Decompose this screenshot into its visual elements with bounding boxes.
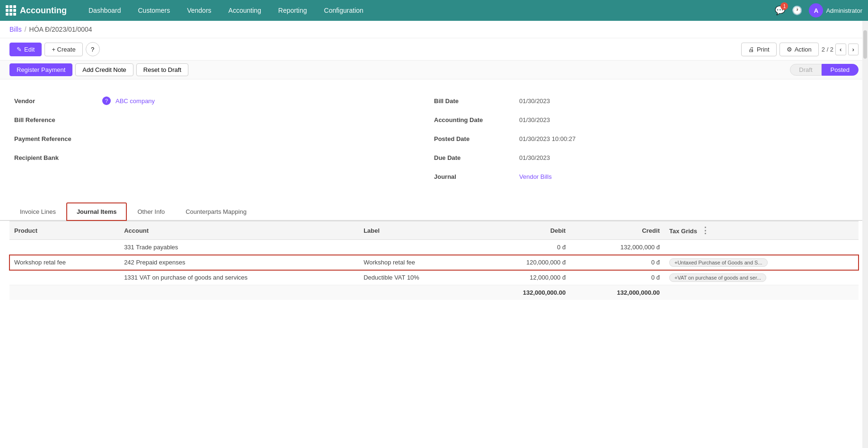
row3-label: Deductible VAT 10% [359, 270, 476, 285]
admin-label: Administrator [826, 7, 862, 14]
row3-debit: 12,000,000 đ [476, 270, 570, 285]
tab-journal-items[interactable]: Journal Items [66, 202, 127, 221]
journal-row: Journal Vendor Bills [434, 169, 854, 184]
journal-value[interactable]: Vendor Bills [519, 173, 552, 180]
scrollbar-thumb [863, 30, 867, 59]
tab-other-info[interactable]: Other Info [127, 202, 175, 221]
topnav-right: 💬 1 🕐 A Administrator [775, 3, 862, 18]
print-button[interactable]: 🖨 Print [741, 43, 777, 56]
chat-button[interactable]: 💬 1 [775, 5, 785, 16]
table-footer-row: 132,000,000.00 132,000,000.00 [9, 285, 859, 300]
tax-grid-pill[interactable]: +Untaxed Purchase of Goods and S... [669, 258, 768, 267]
create-button[interactable]: + Create [44, 43, 82, 56]
page-nav: 2 / 2 ‹ › [822, 44, 859, 55]
toolbar-right: 2 / 2 ‹ › [822, 44, 859, 55]
nav-reporting[interactable]: Reporting [270, 0, 316, 21]
form-right: Bill Date 01/30/2023 Accounting Date 01/… [434, 89, 854, 193]
nav-customers[interactable]: Customers [130, 0, 179, 21]
topnav-links: Dashboard Customers Vendors Accounting R… [80, 0, 771, 21]
status-pills: Draft Posted [790, 64, 859, 76]
journal-items-table: Product Account Label Debit Credit Tax G… [9, 221, 859, 300]
bill-date-value: 01/30/2023 [519, 97, 550, 105]
action-button[interactable]: ⚙ Action [779, 43, 819, 56]
row2-product: Workshop retal fee [9, 255, 119, 270]
row1-debit: 0 đ [476, 240, 570, 255]
next-page-button[interactable]: › [848, 44, 859, 55]
tax-grid-pill-2[interactable]: +VAT on purchase of goods and ser... [669, 273, 766, 282]
tab-invoice-lines[interactable]: Invoice Lines [9, 202, 66, 221]
payment-reference-label: Payment Reference [14, 135, 99, 142]
toolbar: ✎ Edit + Create ? 🖨 Print ⚙ Action 2 / 2… [0, 38, 868, 61]
vendor-row: Vendor ? ABC company [14, 94, 434, 108]
row1-credit: 132,000,000 đ [570, 240, 664, 255]
row3-account: 1331 VAT on purchase of goods and servic… [119, 270, 359, 285]
footer-tax-empty [664, 285, 859, 300]
col-debit: Debit [476, 221, 570, 240]
breadcrumb-parent[interactable]: Bills [9, 26, 22, 33]
recipient-bank-label: Recipient Bank [14, 154, 99, 161]
col-product: Product [9, 221, 119, 240]
footer-empty [9, 285, 476, 300]
table-row[interactable]: 331 Trade payables 0 đ 132,000,000 đ [9, 240, 859, 255]
bill-date-row: Bill Date 01/30/2023 [434, 94, 854, 108]
table-row[interactable]: 1331 VAT on purchase of goods and servic… [9, 270, 859, 285]
vendor-help-icon[interactable]: ? [102, 97, 111, 105]
admin-menu[interactable]: A Administrator [809, 3, 862, 18]
accounting-date-label: Accounting Date [434, 116, 519, 123]
row1-product [9, 240, 119, 255]
clock-button[interactable]: 🕐 [792, 5, 802, 16]
vendor-label: Vendor [14, 97, 99, 105]
grid-icon [6, 5, 16, 16]
due-date-label: Due Date [434, 154, 519, 161]
nav-dashboard[interactable]: Dashboard [80, 0, 130, 21]
posted-date-label: Posted Date [434, 135, 519, 142]
row2-label: Workshop retal fee [359, 255, 476, 270]
row1-label [359, 240, 476, 255]
vendor-value[interactable]: ABC company [115, 97, 155, 105]
breadcrumb-separator: / [25, 26, 27, 33]
footer-credit-total: 132,000,000.00 [570, 285, 664, 300]
col-account: Account [119, 221, 359, 240]
nav-accounting[interactable]: Accounting [220, 0, 270, 21]
col-credit: Credit [570, 221, 664, 240]
row2-account: 242 Prepaid expenses [119, 255, 359, 270]
row1-account: 331 Trade payables [119, 240, 359, 255]
nav-configuration[interactable]: Configuration [316, 0, 372, 21]
footer-debit-total: 132,000,000.00 [476, 285, 570, 300]
form-body: Vendor ? ABC company Bill Reference Paym… [0, 79, 868, 202]
breadcrumb: Bills / HÓA Đ/2023/01/0004 [0, 21, 868, 38]
prev-page-button[interactable]: ‹ [835, 44, 846, 55]
gear-icon: ⚙ [787, 46, 792, 53]
recipient-bank-row: Recipient Bank [14, 150, 434, 165]
register-payment-button[interactable]: Register Payment [9, 63, 72, 76]
status-posted: Posted [822, 64, 859, 76]
nav-vendors[interactable]: Vendors [178, 0, 220, 21]
row3-tax-grids: +VAT on purchase of goods and ser... [664, 270, 859, 285]
tabs: Invoice Lines Journal Items Other Info C… [0, 202, 868, 221]
posted-date-row: Posted Date 01/30/2023 10:00:27 [434, 132, 854, 146]
reset-to-draft-button[interactable]: Reset to Draft [136, 63, 188, 76]
brand-label: Accounting [20, 6, 67, 16]
col-tax-grids: Tax Grids ⋮ [664, 221, 859, 240]
journal-label: Journal [434, 173, 519, 180]
edit-button[interactable]: ✎ Edit [9, 43, 42, 56]
column-options-icon[interactable]: ⋮ [699, 226, 711, 235]
row3-credit: 0 đ [570, 270, 664, 285]
due-date-value: 01/30/2023 [519, 154, 550, 161]
form-left: Vendor ? ABC company Bill Reference Paym… [14, 89, 434, 193]
table-row[interactable]: Workshop retal fee 242 Prepaid expenses … [9, 255, 859, 270]
edit-pencil-icon: ✎ [17, 46, 22, 53]
breadcrumb-current: HÓA Đ/2023/01/0004 [29, 26, 92, 33]
chevron-right-icon: › [852, 46, 854, 53]
scrollbar[interactable] [862, 21, 868, 309]
brand[interactable]: Accounting [6, 5, 67, 16]
tab-counterparts-mapping[interactable]: Counterparts Mapping [175, 202, 257, 221]
payment-reference-row: Payment Reference [14, 132, 434, 146]
status-draft: Draft [790, 64, 821, 76]
avatar: A [809, 3, 823, 18]
add-credit-note-button[interactable]: Add Credit Note [75, 63, 133, 76]
print-icon: 🖨 [748, 46, 754, 53]
clock-icon: 🕐 [792, 5, 802, 16]
posted-date-value: 01/30/2023 10:00:27 [519, 135, 576, 142]
help-button[interactable]: ? [86, 42, 100, 56]
